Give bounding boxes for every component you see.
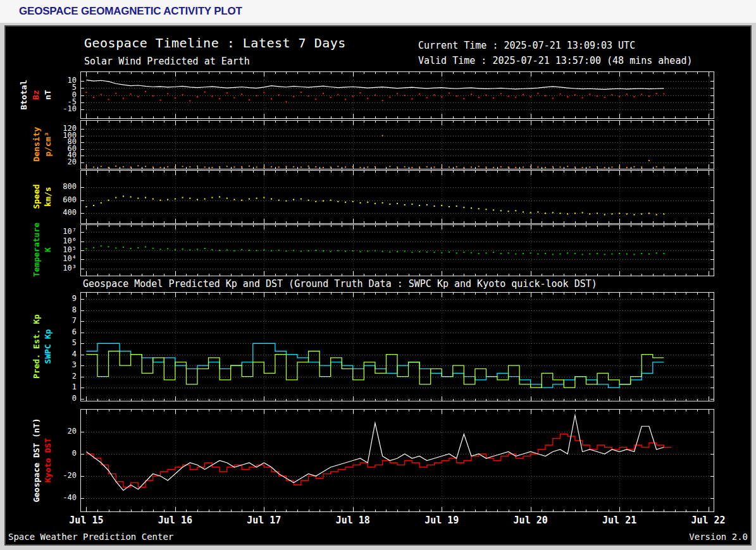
- temperature-canvas: [81, 225, 714, 276]
- plot-title: Geospace Timeline : Latest 7 Days: [84, 35, 346, 51]
- kp-ytick-label: 1: [42, 382, 77, 391]
- dst-ytick-label: 20: [42, 427, 77, 436]
- x-tick-label: Jul 20: [514, 515, 548, 526]
- density-axis-label: p/cm³: [43, 131, 53, 156]
- imf-axis-label: Bz: [31, 90, 40, 100]
- density-ytick-label: 20: [42, 157, 77, 166]
- panel-dst: [80, 409, 714, 512]
- panel-temperature: [80, 224, 714, 276]
- temperature-ytick-label: 10⁷: [42, 227, 77, 236]
- temperature-axis-label: Temperature: [32, 223, 41, 277]
- dst-axis-label: Geospace DST (nT): [32, 418, 41, 502]
- temperature-ytick-label: 10⁴: [42, 254, 77, 263]
- temperature-ytick-label: 10³: [42, 264, 77, 272]
- footer-left: Space Weather Prediction Center: [8, 532, 173, 542]
- x-tick-label: Jul 17: [247, 515, 281, 526]
- dst-canvas: [81, 410, 714, 511]
- density-axis-label: Density: [32, 127, 41, 162]
- current-time-label: Current Time : 2025-07-21 13:09:03 UTC: [418, 40, 635, 51]
- kp-ytick-label: 7: [42, 316, 77, 325]
- speed-canvas: [81, 171, 714, 223]
- plot-subtitle: Solar Wind Predicted at Earth: [84, 56, 250, 67]
- x-tick-label: Jul 22: [691, 515, 725, 526]
- x-tick-label: Jul 19: [424, 515, 459, 526]
- page-title: GEOSPACE GEOMAGNETIC ACTIVITY PLOT: [19, 5, 242, 18]
- footer-right: Version 2.0: [689, 532, 748, 542]
- panel-density: [80, 120, 714, 169]
- dst-axis-label: Kyoto DST: [43, 437, 53, 482]
- dst-ytick-label: -40: [42, 493, 77, 502]
- kp-ytick-label: 0: [42, 394, 77, 403]
- imf-axis-label: Btotal: [19, 80, 28, 109]
- imf-axis-label: nT: [43, 90, 53, 100]
- x-tick-label: Jul 18: [336, 515, 370, 526]
- density-canvas: [81, 121, 714, 169]
- kp-ytick-label: 9: [42, 294, 77, 303]
- kp-ytick-label: 8: [42, 305, 77, 314]
- kp-ytick-label: 2: [42, 372, 77, 381]
- speed-axis-label: km/s: [43, 186, 53, 206]
- page-header: GEOSPACE GEOMAGNETIC ACTIVITY PLOT: [0, 0, 756, 23]
- plot-frame: Geospace Timeline : Latest 7 Days Curren…: [4, 25, 752, 546]
- temperature-axis-label: K: [43, 247, 53, 252]
- mid-title: Geospace Model Predicted Kp and DST (Gro…: [83, 278, 597, 290]
- kp-canvas: [81, 293, 714, 401]
- kp-axis-label: Pred. Est. Kp: [32, 314, 41, 379]
- imf-canvas: [81, 72, 714, 118]
- valid-time-label: Valid Time : 2025-07-21 13:57:00 (48 min…: [418, 55, 692, 66]
- kp-axis-label: SWPC Kp: [43, 329, 53, 364]
- imf-ytick-label: -10: [42, 104, 77, 113]
- speed-ytick-label: 400: [42, 208, 77, 217]
- panel-speed: [80, 170, 714, 224]
- panel-imf: [80, 71, 714, 119]
- panel-kp: [80, 292, 714, 401]
- speed-axis-label: Speed: [32, 184, 41, 209]
- x-tick-label: Jul 21: [602, 515, 636, 526]
- temperature-ytick-label: 10⁶: [42, 236, 77, 245]
- x-tick-label: Jul 15: [69, 515, 103, 526]
- x-tick-label: Jul 16: [158, 515, 192, 526]
